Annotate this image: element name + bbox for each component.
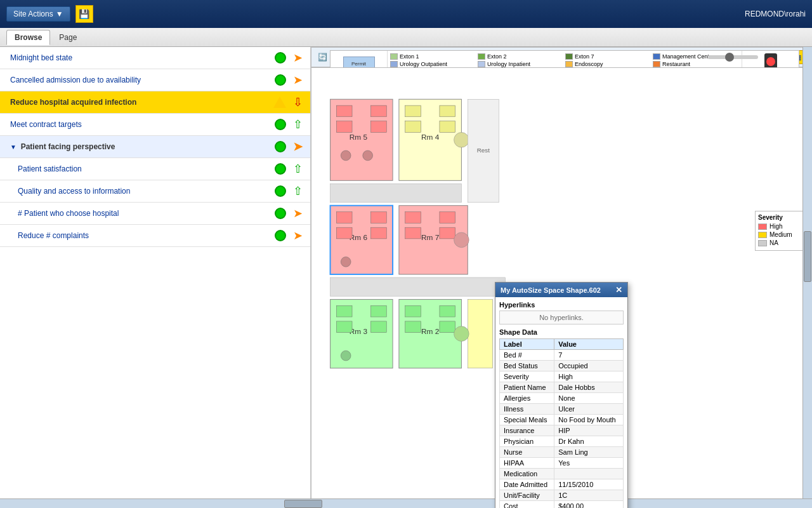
hyperlinks-box: No hyperlinks.: [499, 311, 624, 324]
svg-rect-7: [336, 121, 352, 133]
svg-rect-41: [371, 305, 387, 317]
shape-data-title: Shape Data: [499, 328, 624, 336]
kpi-label-cancelled-admission[interactable]: Cancelled admission due to availability: [10, 76, 141, 84]
shape-row-7: InsuranceHIP: [500, 425, 624, 436]
kpi-row-patient-satisfaction[interactable]: Patient satisfaction⇧: [0, 158, 310, 180]
kpi-label-reduce-infection: Reduce hospital acquired infection: [10, 98, 136, 107]
kpi-row-meet-contract[interactable]: Meet contract targets⇧: [0, 114, 310, 136]
bottom-scrollbar-thumb[interactable]: [284, 500, 322, 508]
svg-rect-48: [440, 305, 455, 317]
svg-text:Rm 5: Rm 5: [350, 133, 368, 142]
kpi-label-reduce-complaints[interactable]: Reduce # complaints: [18, 231, 89, 240]
tab-page[interactable]: Page: [51, 30, 84, 44]
legend-color-0: [390, 53, 398, 60]
shape-popup-titlebar: My AutoSize Space Shape.602 ✕: [495, 283, 627, 297]
shape-popup-title-text: My AutoSize Space Shape.602: [501, 286, 601, 294]
shape-row-6: Special MealsNo Food by Mouth: [500, 415, 624, 425]
kpi-label-quality-access[interactable]: Quality and access to information: [18, 187, 130, 196]
svg-text:Rest: Rest: [477, 147, 490, 154]
kpi-row-midnight-bed[interactable]: Midnight bed state➤: [0, 47, 310, 69]
shape-cell-label-5: Illness: [500, 404, 554, 415]
svg-rect-31: [405, 212, 421, 224]
save-button[interactable]: 💾: [75, 5, 93, 23]
site-actions-button[interactable]: Site Actions ▼: [6, 6, 70, 22]
shape-cell-label-10: HIPAA: [500, 458, 554, 469]
shape-cell-label-13: Unit/Facility: [500, 490, 554, 501]
shape-cell-label-14: Cost: [500, 501, 554, 509]
severity-na: NA: [758, 239, 802, 246]
kpi-label-midnight-bed[interactable]: Midnight bed state: [10, 53, 72, 62]
kpi-indicator-reduce-complaints: [275, 230, 286, 241]
shape-row-9: NurseSam Ling: [500, 447, 624, 458]
shape-cell-value-3: Dale Hobbs: [554, 382, 624, 393]
shape-row-4: AllergiesNone: [500, 393, 624, 404]
shape-cell-label-4: Allergies: [500, 393, 554, 404]
collapse-arrow-patient-facing[interactable]: ▼: [10, 144, 18, 150]
shape-popup-close-button[interactable]: ✕: [615, 285, 622, 295]
shape-row-2: SeverityHigh: [500, 371, 624, 382]
shape-row-11: Medication: [500, 469, 624, 479]
kpi-label-meet-contract[interactable]: Meet contract targets: [10, 120, 82, 129]
shape-cell-value-8: Dr Kahn: [554, 436, 624, 447]
svg-point-35: [454, 232, 469, 248]
svg-rect-47: [405, 321, 421, 333]
svg-point-11: [363, 150, 373, 161]
svg-rect-32: [405, 227, 421, 239]
svg-rect-34: [440, 227, 455, 239]
shape-cell-label-0: Bed #: [500, 350, 554, 361]
svg-rect-26: [371, 212, 387, 224]
kpi-indicator-meet-contract: [275, 119, 286, 130]
shape-cell-label-7: Insurance: [500, 425, 554, 436]
scrollbar-thumb[interactable]: [804, 231, 811, 282]
kpi-label-patient-choose[interactable]: # Patient who choose hospital: [18, 209, 119, 218]
shape-cell-label-1: Bed Status: [500, 361, 554, 371]
svg-point-28: [341, 257, 351, 267]
svg-rect-8: [371, 105, 387, 117]
kpi-indicator-reduce-infection: [273, 97, 286, 108]
hyperlinks-section: Hyperlinks No hyperlinks.: [499, 301, 624, 324]
kpi-row-quality-access[interactable]: Quality and access to information⇧: [0, 180, 310, 203]
svg-rect-16: [440, 105, 455, 117]
legend-item-0: Exton 1: [390, 53, 476, 60]
svg-rect-27: [371, 227, 387, 239]
legend-item-1: Exton 2: [478, 53, 564, 60]
severity-title: Severity: [758, 214, 802, 221]
legend-color-6: [565, 61, 573, 67]
svg-rect-49: [440, 321, 455, 333]
kpi-arrow-patient-facing: ➤: [290, 139, 305, 154]
col-value: Value: [554, 339, 624, 350]
shape-row-14: Cost$400.00: [500, 501, 624, 509]
bottom-scrollbar[interactable]: [0, 498, 812, 508]
tab-browse[interactable]: Browse: [6, 30, 50, 45]
svg-rect-24: [336, 212, 352, 224]
kpi-row-reduce-complaints[interactable]: Reduce # complaints➤: [0, 225, 310, 247]
site-actions-label: Site Actions: [13, 10, 53, 18]
shape-cell-value-9: Sam Ling: [554, 447, 624, 458]
shape-cell-label-12: Date Admitted: [500, 479, 554, 490]
col-label: Label: [500, 339, 554, 350]
shape-cell-value-5: Ulcer: [554, 404, 624, 415]
zoom-slider[interactable]: [707, 55, 758, 59]
kpi-indicator-quality-access: [275, 185, 286, 197]
topbar: Site Actions ▼ 💾 REDMOND\rorahi: [0, 0, 812, 28]
severity-high-box: [758, 224, 767, 230]
kpi-arrow-meet-contract: ⇧: [290, 117, 305, 132]
kpi-arrow-cancelled-admission: ➤: [290, 72, 305, 88]
shape-cell-value-7: HIP: [554, 425, 624, 436]
shape-cell-label-3: Patient Name: [500, 382, 554, 393]
kpi-label-patient-satisfaction[interactable]: Patient satisfaction: [18, 164, 82, 173]
shape-data-table: Label Value Bed #7Bed StatusOccupiedSeve…: [499, 338, 624, 508]
kpi-row-cancelled-admission[interactable]: Cancelled admission due to availability➤: [0, 69, 310, 91]
legend-item-4: Urology Outpatient: [390, 61, 476, 67]
legend-item-7: Restaurant: [653, 61, 739, 67]
shape-cell-value-1: Occupied: [554, 361, 624, 371]
vertical-scrollbar[interactable]: [802, 47, 812, 508]
shape-row-12: Date Admitted11/15/2010: [500, 479, 624, 490]
kpi-arrow-patient-satisfaction: ⇧: [290, 161, 305, 177]
shape-cell-value-0: 7: [554, 350, 624, 361]
severity-legend: Severity High Medium NA: [755, 211, 806, 251]
shape-cell-label-8: Physician: [500, 436, 554, 447]
kpi-row-patient-choose[interactable]: # Patient who choose hospital➤: [0, 203, 310, 225]
kpi-indicator-patient-choose: [275, 208, 286, 219]
svg-rect-33: [440, 212, 455, 224]
